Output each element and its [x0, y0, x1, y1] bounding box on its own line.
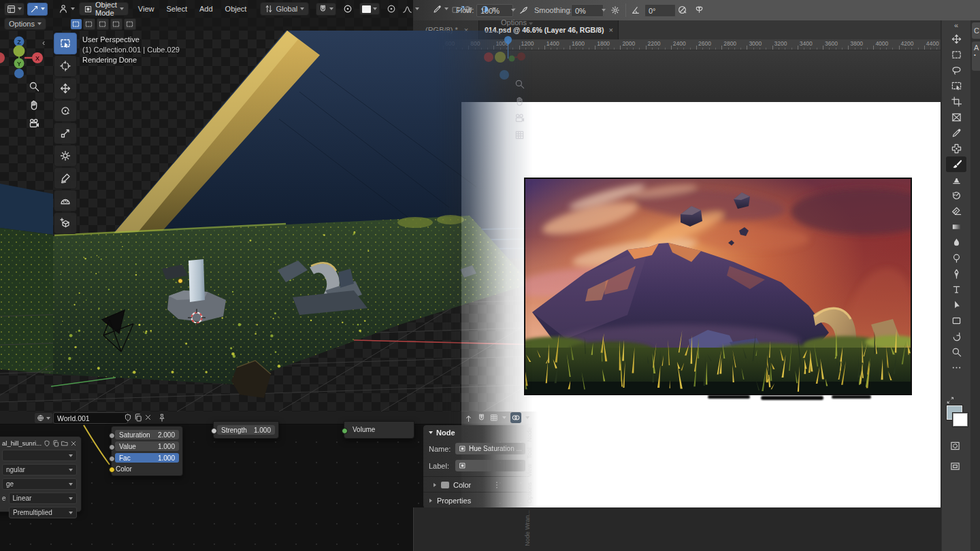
pen-tool[interactable] — [946, 266, 966, 282]
flow-dropdown-icon[interactable] — [511, 9, 515, 12]
folder-icon[interactable] — [61, 440, 68, 447]
blender-viewport[interactable]: Z X Y ‹ User Perspective (1) Collection.… — [0, 31, 544, 412]
tool-cursor[interactable] — [54, 55, 77, 77]
copy-icon[interactable] — [52, 440, 59, 447]
zoom-tool[interactable] — [946, 344, 966, 360]
rotate-view-tool[interactable] — [946, 329, 966, 344]
snap-magnet-icon[interactable] — [477, 414, 486, 422]
smoothing-gear-icon[interactable] — [610, 5, 620, 15]
color-expand-icon[interactable] — [434, 483, 436, 487]
node-row-saturation[interactable]: Saturation2.000 — [115, 430, 179, 439]
env-dropdown[interactable]: ge — [2, 478, 77, 490]
object-selection-tool[interactable] — [946, 78, 966, 94]
input-socket[interactable] — [109, 456, 115, 462]
menu-select[interactable]: Select — [162, 3, 191, 14]
tool-scale[interactable] — [54, 122, 77, 144]
more-tool[interactable] — [946, 360, 966, 375]
go-to-parent-icon[interactable] — [464, 414, 473, 422]
frame-tool[interactable] — [946, 110, 966, 125]
hue-saturation-node[interactable]: Saturation2.000 Value1.000 Fac1.000 Colo… — [111, 426, 183, 476]
properties-expand-icon[interactable] — [429, 499, 432, 503]
sidebar-tab-view[interactable]: View — [526, 464, 533, 477]
node-row-strength[interactable]: Strength1.000 — [217, 425, 275, 435]
move-tool[interactable] — [946, 31, 966, 47]
mode-transfer-icon[interactable] — [59, 4, 68, 14]
brush-color-swatch[interactable] — [359, 3, 380, 15]
zoom-nav-icon[interactable] — [29, 81, 39, 92]
world-output-volume-node[interactable]: Volume — [344, 421, 414, 439]
snap-grid-icon[interactable] — [490, 414, 498, 422]
tool-add-cube[interactable] — [54, 212, 77, 234]
background-strength-node[interactable]: Strength1.000 — [213, 421, 279, 439]
input-socket[interactable] — [109, 433, 115, 439]
env-dropdown[interactable]: Premultiplied — [9, 507, 77, 518]
swap-colors-icon[interactable] — [946, 396, 954, 405]
falloff-curve-icon[interactable] — [402, 4, 412, 14]
env-dropdown[interactable]: ngular — [2, 464, 77, 475]
camera-nav-icon[interactable] — [29, 118, 39, 129]
brush-angle-field[interactable]: 0° — [644, 4, 676, 17]
pin-icon[interactable] — [158, 414, 166, 422]
mode-selector[interactable]: Object Mode — [79, 2, 129, 16]
section-expand-icon[interactable] — [429, 431, 433, 434]
tool-annotate[interactable] — [54, 167, 77, 189]
node-row-fac[interactable]: Fac1.000 — [115, 453, 179, 463]
eyedropper-tool[interactable] — [946, 125, 966, 141]
copy-icon[interactable] — [134, 414, 142, 422]
close-x-icon[interactable] — [70, 440, 77, 447]
viewport-nav-gizmo[interactable]: Z X Y — [0, 36, 54, 124]
sidebar-tab-tool[interactable]: Tool — [526, 448, 533, 459]
input-socket[interactable] — [211, 428, 217, 434]
background-color-swatch[interactable] — [953, 413, 968, 427]
node-label-field[interactable] — [455, 460, 525, 471]
environment-texture-node[interactable]: al_hill_sunri... ngulargeeLinearPremulti… — [0, 436, 82, 512]
input-socket-volume[interactable] — [342, 428, 348, 434]
select-mode-extend[interactable] — [83, 18, 95, 30]
output-socket-color[interactable] — [109, 467, 115, 473]
input-socket[interactable] — [109, 444, 115, 450]
node-name-field[interactable]: Hue Saturation ... — [455, 443, 525, 454]
active-tab-close-icon[interactable]: × — [608, 26, 612, 34]
transform-orientation-selector[interactable]: Global — [260, 2, 309, 16]
tool-measure[interactable] — [54, 190, 77, 212]
history-brush-tool[interactable] — [946, 188, 966, 203]
crop-tool[interactable] — [946, 94, 966, 110]
world-selector-button[interactable] — [34, 412, 53, 424]
panel-sliver-1[interactable]: C — [972, 22, 980, 39]
marquee-tool[interactable] — [946, 47, 966, 63]
select-mode-subtract[interactable] — [97, 18, 109, 30]
color-swatch[interactable] — [441, 482, 449, 488]
unlink-x-icon[interactable] — [144, 414, 152, 421]
world-name-field[interactable]: World.001 — [53, 412, 128, 424]
active-tool-button[interactable] — [27, 3, 48, 16]
healing-brush-tool[interactable] — [946, 141, 966, 156]
tool-select-box[interactable] — [54, 33, 77, 54]
falloff-radial-icon[interactable] — [387, 4, 396, 14]
brush-pressure-icon[interactable] — [677, 5, 687, 15]
tool-transform[interactable] — [54, 145, 77, 167]
eraser-tool[interactable] — [946, 203, 966, 219]
xray-toggle-icon[interactable] — [480, 5, 489, 14]
quick-mask-button[interactable] — [950, 441, 960, 451]
menu-add[interactable]: Add — [195, 3, 217, 14]
select-mode-set[interactable] — [71, 19, 82, 29]
blur-tool[interactable] — [946, 235, 966, 250]
snap-button[interactable] — [316, 3, 336, 16]
shield-icon[interactable] — [44, 440, 50, 447]
smoothing-dropdown-icon[interactable] — [602, 9, 606, 12]
node-row-value[interactable]: Value1.000 — [115, 441, 179, 451]
editor-type-button[interactable] — [4, 3, 24, 16]
tool-move[interactable] — [54, 78, 77, 99]
sidebar-tab-node[interactable]: Node — [526, 427, 533, 442]
symmetry-butterfly-icon[interactable] — [694, 5, 704, 15]
proportional-editing-icon[interactable] — [343, 4, 353, 14]
path-select-tool[interactable] — [946, 297, 966, 313]
overlap-circles-icon[interactable] — [510, 412, 521, 423]
panel-sliver-2[interactable]: A • — [972, 41, 980, 71]
env-dropdown[interactable] — [2, 450, 77, 461]
hand-nav-icon[interactable] — [29, 99, 39, 110]
tool-rotate[interactable] — [54, 100, 77, 122]
clone-stamp-tool[interactable] — [946, 172, 966, 188]
fake-user-shield-icon[interactable] — [124, 414, 132, 422]
smoothing-value-field[interactable]: 0% — [571, 4, 604, 17]
